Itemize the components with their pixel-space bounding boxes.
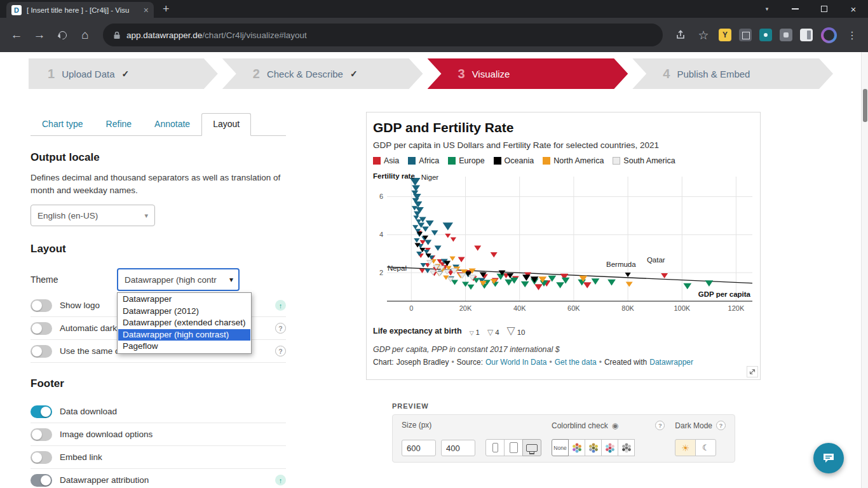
toggle-image-download-options[interactable] — [31, 428, 52, 441]
reload-icon — [57, 29, 68, 41]
darkmode-label: Dark Mode — [675, 421, 712, 430]
stepper-step-upload-data[interactable]: 1Upload Data✓ — [29, 58, 218, 89]
extension-dark-icon[interactable] — [739, 29, 752, 41]
toggle-label: Datawrapper attribution — [60, 475, 149, 485]
theme-label: Theme — [31, 274, 58, 285]
datawrapper-link[interactable]: Datawrapper — [649, 358, 693, 367]
toggle-automatic-dark-mode[interactable] — [31, 322, 52, 335]
lock-icon — [113, 31, 121, 39]
profile-avatar[interactable] — [821, 27, 837, 43]
toggle-knob — [32, 323, 42, 334]
browser-menu-icon[interactable]: ⋮ — [847, 29, 857, 41]
window-controls: ▾ × — [754, 0, 868, 18]
locale-select[interactable]: English (en-US) ▾ — [31, 205, 155, 226]
svg-text:20K: 20K — [459, 304, 472, 312]
theme-option-datawrapper[interactable]: Datawrapper — [118, 294, 250, 306]
window-minimize-button[interactable] — [780, 0, 810, 18]
new-tab-button[interactable]: + — [163, 3, 170, 16]
sidebar-tabs: Chart typeRefineAnnotateLayout — [31, 113, 286, 136]
stepper-step-check-describe[interactable]: 2Check & Describe✓ — [222, 58, 423, 89]
chart-title: GDP and Fertility Rate — [373, 120, 760, 135]
theme-option-pageflow[interactable]: Pageflow — [118, 341, 250, 353]
bookmark-star-button[interactable]: ☆ — [692, 24, 715, 46]
locale-select-value: English (en-US) — [37, 211, 98, 220]
share-button[interactable] — [669, 24, 692, 46]
toggle-show-logo[interactable] — [31, 299, 52, 312]
extension-y-icon[interactable]: Y — [719, 29, 731, 41]
reload-button[interactable] — [51, 24, 74, 46]
toggle-label: Embed link — [60, 452, 102, 462]
tab-annotate[interactable]: Annotate — [143, 113, 201, 135]
stepper-step-publish-embed[interactable]: 4Publish & Embed — [632, 58, 833, 89]
size-legend-items: ▽1▽4▽10 — [470, 325, 526, 336]
darkmode-group: Dark Mode ? ☀ ☾ — [675, 421, 726, 456]
address-bar[interactable]: app.datawrapper.de/chart/Cr4lj/visualize… — [103, 24, 663, 46]
colorblind-deuteranopia-button[interactable] — [568, 439, 585, 456]
home-button[interactable]: ⌂ — [74, 24, 97, 46]
extensions-puzzle-icon[interactable] — [780, 29, 792, 41]
desktop-preview-button[interactable] — [522, 439, 541, 456]
theme-option-datawrapper-high-contrast[interactable]: Datawrapper (high contrast) — [118, 329, 250, 341]
source-link[interactable]: Our World In Data — [485, 358, 546, 367]
legend-label: Africa — [419, 156, 439, 165]
theme-select[interactable]: Datawrapper (high contr ▾ — [117, 268, 240, 291]
colorblind-none-button[interactable]: None — [552, 439, 569, 456]
toggle-embed-link[interactable] — [31, 451, 52, 464]
height-input[interactable] — [441, 440, 475, 456]
svg-text:4: 4 — [379, 231, 383, 238]
window-maximize-button[interactable] — [810, 0, 839, 18]
check-icon: ✓ — [350, 69, 358, 79]
dark-mode-button[interactable]: ☾ — [695, 439, 716, 456]
separator: • — [549, 358, 552, 367]
browser-tab[interactable]: D [ Insert title here ] - [Cr4lj] - Visu… — [6, 2, 154, 18]
chevron-down-icon: ▾ — [229, 275, 233, 284]
back-button[interactable]: ← — [5, 24, 28, 46]
tab-refine[interactable]: Refine — [95, 113, 143, 135]
url-path: /chart/Cr4lj/visualize#layout — [202, 30, 306, 40]
support-chat-button[interactable] — [813, 443, 844, 473]
toggle-data-download[interactable] — [31, 405, 52, 418]
colorblind-monochromacy-button[interactable] — [618, 439, 635, 456]
mobile-preview-button[interactable] — [485, 439, 505, 456]
scrollbar-thumb[interactable] — [863, 89, 867, 122]
tab-search-chevron-icon[interactable]: ▾ — [754, 6, 780, 12]
tab-close-icon[interactable]: × — [144, 5, 149, 15]
theme-option-datawrapper-extended-charset[interactable]: Datawrapper (extended charset) — [118, 317, 250, 329]
chart-resize-handle[interactable] — [747, 366, 758, 377]
colorblind-protanopia-button[interactable] — [585, 439, 602, 456]
toggle-use-the-same-colors-in-dark-mode[interactable] — [31, 345, 52, 358]
help-icon: ? — [275, 346, 286, 356]
theme-option-datawrapper-2012[interactable]: Datawrapper (2012) — [118, 306, 250, 318]
page-scrollbar[interactable] — [861, 52, 868, 488]
stepper-step-visualize[interactable]: 3Visualize — [428, 58, 628, 89]
colorblind-tritanopia-button[interactable] — [601, 439, 618, 456]
window-close-button[interactable]: × — [839, 0, 868, 18]
toggle-datawrapper-attribution[interactable] — [31, 474, 52, 487]
tab-layout[interactable]: Layout — [201, 113, 251, 136]
side-panel-icon[interactable] — [800, 29, 813, 41]
byline-chart-label: Chart: — [373, 358, 394, 367]
forward-button[interactable]: → — [28, 24, 51, 46]
layout-heading: Layout — [31, 243, 66, 255]
width-input[interactable] — [402, 440, 436, 456]
tablet-preview-button[interactable] — [504, 439, 523, 456]
size-group: Size (px) — [402, 421, 475, 456]
light-mode-button[interactable]: ☀ — [675, 439, 696, 456]
separator: • — [451, 358, 454, 367]
get-data-link[interactable]: Get the data — [555, 358, 597, 367]
legend-label: Europe — [459, 156, 484, 165]
step-label: Visualize — [472, 69, 510, 79]
device-group — [485, 421, 541, 456]
extension-teal-icon[interactable] — [759, 29, 772, 41]
minimize-icon — [792, 8, 799, 10]
scatter-plot: 020K40K60K80K100K120K246NigerNepalBermud… — [372, 168, 753, 320]
tab-chart-type[interactable]: Chart type — [31, 113, 95, 135]
colorblind-group: Colorblind check ◉ ? None — [552, 421, 665, 456]
help-icon[interactable]: ? — [655, 421, 665, 430]
help-icon[interactable]: ? — [716, 421, 726, 430]
upgrade-arrow-icon: ↑ — [275, 475, 286, 485]
stepper: 1Upload Data✓2Check & Describe✓3Visualiz… — [29, 58, 833, 89]
legend-label: North America — [553, 156, 604, 165]
moon-icon: ☾ — [702, 443, 710, 452]
legend-swatch — [373, 157, 381, 165]
